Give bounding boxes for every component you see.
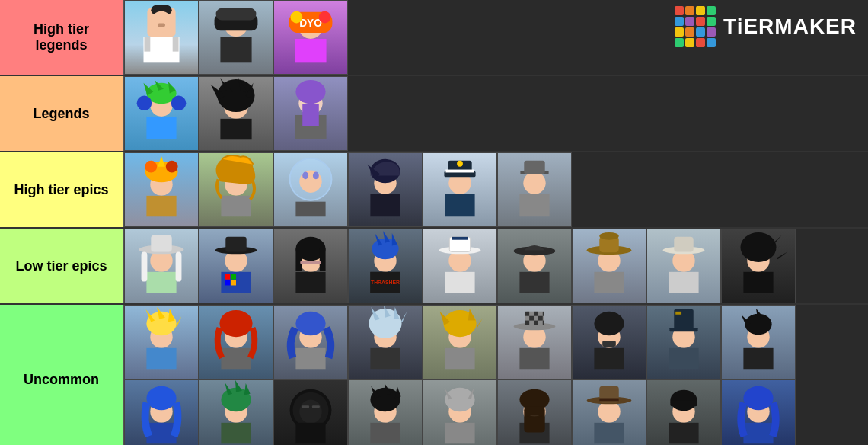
list-item [646,379,721,445]
svg-point-45 [299,171,321,193]
svg-rect-149 [525,321,529,325]
tiermaker-grid-icon [675,6,716,47]
list-item [199,379,273,445]
svg-rect-10 [216,8,257,21]
svg-rect-68 [176,251,182,281]
svg-rect-81 [320,248,326,271]
list-item [124,76,199,151]
svg-text:THRASHER: THRASHER [371,280,400,285]
list-item [199,229,273,303]
svg-rect-160 [675,312,681,315]
list-item [348,379,423,445]
svg-rect-26 [220,119,251,139]
svg-rect-74 [231,274,236,280]
tier-items-uncommon [124,305,868,445]
svg-rect-43 [221,196,251,216]
tier-items-legends [124,76,868,151]
list-item [273,305,348,379]
svg-marker-41 [158,156,165,167]
svg-marker-133 [401,312,407,322]
list-item [497,379,572,445]
tier-label-high-legends: High tier legends [0,0,124,75]
svg-marker-132 [394,307,400,319]
tier-items-high-epics [124,152,868,227]
svg-point-34 [295,80,325,104]
svg-rect-82 [300,261,321,264]
svg-rect-60 [519,194,549,216]
svg-rect-141 [519,348,549,369]
list-item [497,305,572,379]
list-item [572,305,646,379]
list-item [124,305,199,379]
svg-rect-73 [225,274,230,280]
svg-point-189 [445,388,474,411]
svg-rect-125 [295,348,325,369]
svg-point-48 [313,171,319,179]
list-item [124,0,199,75]
list-item [199,305,273,379]
list-item [646,229,721,303]
svg-marker-113 [777,251,787,259]
svg-rect-67 [142,251,148,281]
svg-point-59 [523,171,545,194]
tier-list: High tier legends [0,0,868,445]
list-item [721,305,796,379]
svg-rect-100 [594,272,624,293]
svg-rect-76 [231,280,236,286]
list-item [199,152,273,227]
svg-rect-135 [445,348,474,369]
svg-point-168 [146,386,176,410]
svg-rect-204 [670,400,697,406]
svg-marker-119 [168,309,175,322]
list-item [273,379,348,445]
svg-marker-173 [235,380,242,392]
svg-rect-154 [602,341,616,347]
list-item [646,305,721,379]
svg-rect-107 [674,237,693,252]
svg-rect-97 [519,272,549,293]
svg-point-126 [295,312,325,335]
svg-point-40 [166,161,178,173]
svg-rect-78 [295,272,325,293]
svg-rect-18 [146,117,176,139]
svg-point-5 [151,11,171,32]
svg-rect-3 [173,37,179,52]
svg-rect-95 [452,237,468,240]
svg-marker-174 [244,383,251,395]
svg-rect-80 [295,248,302,271]
svg-rect-147 [529,316,534,321]
svg-rect-148 [538,316,543,321]
list-item [572,379,646,445]
svg-rect-206 [743,423,773,443]
svg-rect-46 [295,202,325,217]
svg-point-47 [302,171,308,179]
svg-rect-57 [445,170,474,173]
svg-point-110 [740,232,776,262]
tier-row-legends: Legends [0,76,868,152]
list-item [497,152,572,227]
svg-rect-37 [146,196,176,216]
svg-rect-128 [370,348,400,369]
logo-area: TiERMAKER [675,6,857,47]
svg-point-203 [670,390,697,411]
list-item [721,379,796,445]
svg-rect-151 [543,321,544,325]
svg-rect-72 [225,237,246,252]
svg-rect-54 [445,194,474,216]
list-item [348,152,423,227]
svg-rect-8 [220,37,251,62]
svg-rect-146 [543,312,544,316]
tier-label-low-epics: Low tier epics [0,229,124,303]
tier-items-low-epics: THRASHER [124,229,868,303]
tier-label-uncommon: Uncommon [0,305,124,445]
svg-rect-75 [225,280,230,286]
tier-row-high-epics: High tier epics [0,152,868,229]
svg-rect-182 [370,423,400,443]
svg-rect-178 [302,405,309,408]
svg-rect-157 [669,348,698,369]
svg-rect-12 [295,39,326,62]
svg-point-24 [171,95,187,110]
svg-marker-138 [468,309,476,321]
list-item [273,76,348,151]
svg-rect-188 [445,423,474,443]
